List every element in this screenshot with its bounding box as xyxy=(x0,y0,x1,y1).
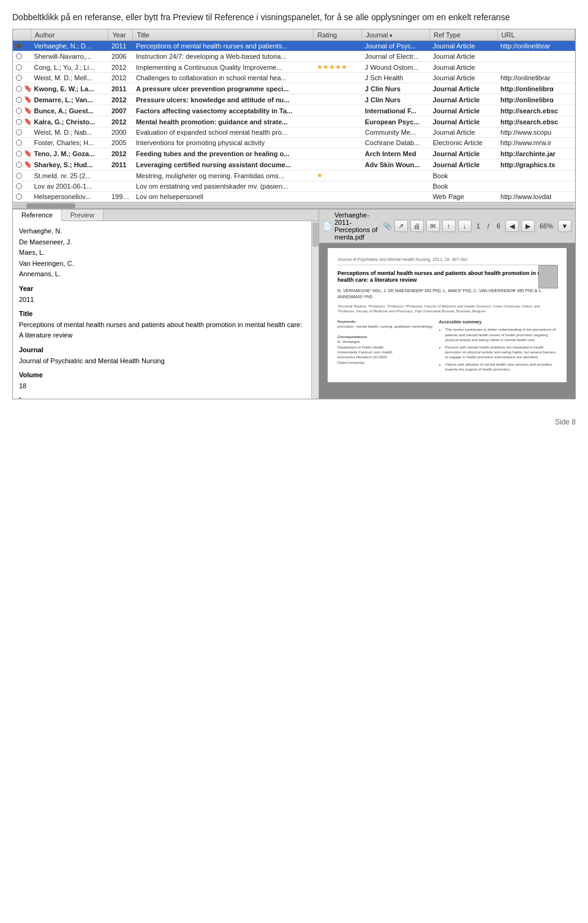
pdf-btn-zoom-toggle[interactable]: ▼ xyxy=(558,220,571,232)
pdf-btn-open[interactable]: ↗ xyxy=(394,220,408,232)
row-icon-cell xyxy=(13,181,31,192)
pdf-btn-zoom-out[interactable]: ◀ xyxy=(505,220,519,232)
row-rating xyxy=(314,51,362,62)
table-row[interactable]: St.meld. nr. 25 (2...Mestring, mulighete… xyxy=(13,170,575,181)
row-rating xyxy=(314,41,362,51)
row-author: Weist, M. D.; Nab... xyxy=(31,127,108,138)
row-url: http://archinte.jar xyxy=(497,148,575,159)
page-number: Side 8 xyxy=(555,418,576,426)
row-reftype: Journal Article xyxy=(429,41,497,51)
row-url: http://search.ebsc xyxy=(497,105,575,116)
row-year: 2012 xyxy=(108,94,133,105)
row-rating xyxy=(314,116,362,127)
pdf-icon: 📄 xyxy=(323,222,332,230)
row-author: Kwong, E. W.; La... xyxy=(31,83,108,94)
row-rating xyxy=(314,181,362,192)
table-row[interactable]: 🔖Kwong, E. W.; La...2011A pressure ulcer… xyxy=(13,83,575,94)
pdf-toolbar: 📄 Verhaeghe-2011-Perceptions of menta.pd… xyxy=(319,209,575,243)
pdf-btn-down[interactable]: ↓ xyxy=(458,220,472,232)
title-label: Title xyxy=(19,309,305,320)
pdf-btn-zoom-in[interactable]: ▶ xyxy=(521,220,535,232)
volume-value: 18 xyxy=(19,381,305,392)
row-icon-cell xyxy=(13,73,31,83)
row-icon-cell: 🔖 xyxy=(13,83,31,94)
col-header-journal[interactable]: Journal ▾ xyxy=(362,29,430,41)
table-row[interactable]: 🔖Teno, J. M.; Goza...2012Feeding tubes a… xyxy=(13,148,575,159)
table-row[interactable]: Lov av 2001-06-1...Lov om erstatning ved… xyxy=(13,181,575,192)
tab-preview[interactable]: Preview xyxy=(62,209,104,220)
pdf-keywords: promotion, mental health, nursing, quali… xyxy=(337,324,434,329)
issue-label: Issue xyxy=(19,395,305,399)
tab-reference[interactable]: Reference xyxy=(13,209,62,221)
col-header-year[interactable]: Year xyxy=(108,29,133,41)
table-row[interactable]: 🔖Bunce, A.; Guest...2007Factors affectin… xyxy=(13,105,575,116)
row-journal: Journal of Electr... xyxy=(362,51,430,62)
col-header-title[interactable]: Title xyxy=(133,29,314,41)
ref-panel-scrollbar[interactable] xyxy=(311,221,318,399)
row-journal xyxy=(362,170,430,181)
row-year: 2011 xyxy=(108,83,133,94)
row-author: Weist, M. D.; Mell... xyxy=(31,73,108,83)
row-author: Verhaeghe, N.; D... xyxy=(31,41,108,51)
bottom-panels: Reference Preview Verhaeghe, N. De Maese… xyxy=(13,209,575,399)
ref-window: Author Year Title Rating Journal ▾ Ref T… xyxy=(12,29,576,399)
pdf-col-right: Accessible summary This review contribut… xyxy=(439,319,557,374)
table-row[interactable]: Verhaeghe, N.; D...2011Perceptions of me… xyxy=(13,41,575,51)
summary-point: Persons with mental health problems are … xyxy=(445,345,557,360)
pdf-correspondence: N. Verhaeghe Department of Public Health… xyxy=(337,339,434,365)
row-year: 1999, ... xyxy=(108,192,133,202)
pdf-btn-email[interactable]: ✉ xyxy=(426,220,440,232)
book-icon: 🔖 xyxy=(24,118,31,126)
table-row[interactable]: Helsepersonellov...1999, ...Lov om helse… xyxy=(13,192,575,202)
table-row[interactable]: Cong, L.; Yu, J.; Li...2012Implementing … xyxy=(13,62,575,73)
row-icon-cell: 🔖 xyxy=(13,94,31,105)
row-rating xyxy=(314,94,362,105)
panel-tabs: Reference Preview xyxy=(13,209,318,221)
pdf-keywords-label: Keywords: xyxy=(337,319,434,324)
row-url xyxy=(497,51,575,62)
row-reftype: Book xyxy=(429,181,497,192)
row-icon-cell xyxy=(13,170,31,181)
pdf-article-title: Perceptions of mental health nurses and … xyxy=(337,270,557,284)
row-author: Teno, J. M.; Goza... xyxy=(31,148,108,159)
horizontal-scrollbar[interactable] xyxy=(13,202,575,208)
table-row[interactable]: Weist, M. D.; Nab...2000Evaluation of ex… xyxy=(13,127,575,138)
col-header-author[interactable]: Author xyxy=(31,29,108,41)
table-row[interactable]: Sherwill-Navarro,...2006Instruction 24/7… xyxy=(13,51,575,62)
row-journal: Community Me... xyxy=(362,127,430,138)
pdf-accessible-summary-label: Accessible summary xyxy=(439,319,557,325)
author-verhaeghe: Verhaeghe, N. xyxy=(19,226,305,237)
row-journal: Adv Skin Woun... xyxy=(362,159,430,170)
pdf-btn-up[interactable]: ↑ xyxy=(442,220,456,232)
row-author: Sherwill-Navarro,... xyxy=(31,51,108,62)
row-rating xyxy=(314,127,362,138)
table-row[interactable]: 🔖Demarre, L.; Van...2012Pressure ulcers:… xyxy=(13,94,575,105)
row-reftype: Journal Article xyxy=(429,62,497,73)
row-year: 2011 xyxy=(108,159,133,170)
row-journal xyxy=(362,192,430,202)
row-icon-cell xyxy=(13,192,31,202)
row-title: Challenges to collaboration in school me… xyxy=(133,73,314,83)
table-row[interactable]: Foster, Charles; H...2005Interventions f… xyxy=(13,138,575,148)
pdf-page: Journal of Psychiatric and Mental Health… xyxy=(328,248,567,382)
row-url: http://www.lovdat xyxy=(497,192,575,202)
row-author: Lov av 2001-06-1... xyxy=(31,181,108,192)
row-year: 2012 xyxy=(108,62,133,73)
pdf-btn-print[interactable]: 🖨 xyxy=(410,220,424,232)
row-year: 2000 xyxy=(108,127,133,138)
pdf-affiliations: ¹Doctoral Student, ²Professor, ³Professo… xyxy=(337,304,557,314)
table-row[interactable]: 🔖Kalra, G.; Christo...2012Mental health … xyxy=(13,116,575,127)
row-reftype: Journal Article xyxy=(429,116,497,127)
volume-label: Volume xyxy=(19,370,305,381)
pdf-zoom: 66% xyxy=(537,222,556,230)
col-header-url[interactable]: URL xyxy=(497,29,575,41)
book-icon: 🔖 xyxy=(24,96,31,104)
row-rating xyxy=(314,83,362,94)
row-title: Factors affecting vasectomy acceptabilit… xyxy=(133,105,314,116)
table-row[interactable]: 🔖Sharkey, S.; Hud...2011Leveraging certi… xyxy=(13,159,575,170)
col-header-reftype[interactable]: Ref Type xyxy=(429,29,497,41)
row-title: Mental health promotion: guidance and st… xyxy=(133,116,314,127)
pdf-page-sep: / xyxy=(485,222,492,230)
table-row[interactable]: Weist, M. D.; Mell...2012Challenges to c… xyxy=(13,73,575,83)
col-header-rating[interactable]: Rating xyxy=(314,29,362,41)
